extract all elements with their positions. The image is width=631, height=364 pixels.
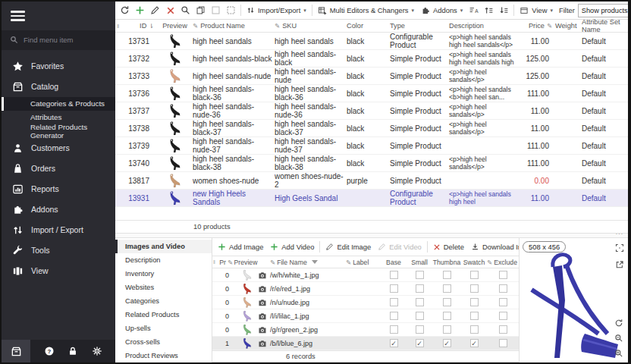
column-header-preview[interactable]: Preview [157, 22, 193, 30]
add-video-button[interactable]: Add Video [267, 240, 317, 254]
sidebar-item-addons[interactable]: Addons [2, 199, 115, 220]
sidebar-search[interactable] [2, 30, 115, 50]
exclude-checkbox[interactable] [499, 325, 507, 334]
settings-button[interactable] [92, 346, 102, 356]
image-size-field[interactable]: 508 x 456 [523, 241, 566, 253]
detail-tab[interactable]: Categories [115, 294, 212, 308]
swatch-checkbox[interactable] [470, 298, 479, 306]
column-header-small[interactable]: Small [407, 259, 432, 266]
edit-button[interactable] [148, 3, 162, 17]
zoom-out-button[interactable] [613, 332, 624, 344]
import-export-menu[interactable]: Import/Export▾ [243, 3, 309, 17]
product-row[interactable]: 13740 high heel sandals-black-38 high he… [115, 155, 628, 172]
base-checkbox[interactable] [390, 339, 398, 347]
column-header-name[interactable]: ✎Product Name [193, 22, 275, 30]
add-button[interactable] [133, 3, 147, 17]
product-row[interactable]: 13731 high heel sandals high heel sandal… [115, 33, 628, 50]
exclude-checkbox[interactable] [499, 312, 507, 320]
column-header-price[interactable]: Price✎ [517, 22, 555, 30]
column-header-priority[interactable]: Pr✎ [218, 259, 234, 266]
column-header-swatch[interactable]: Swatch [461, 259, 487, 266]
help-button[interactable]: ? [44, 346, 55, 356]
column-header-thumbnail[interactable]: Thumbna [432, 259, 461, 266]
small-checkbox[interactable] [416, 298, 424, 306]
select-none-button[interactable] [224, 3, 238, 17]
base-checkbox[interactable] [390, 325, 398, 334]
small-checkbox[interactable] [416, 284, 424, 293]
detail-tab[interactable]: Images and Video [115, 240, 212, 253]
store-button[interactable] [2, 340, 30, 362]
image-row[interactable]: 0 /l/i/lilac_1.jpg [212, 309, 519, 323]
move-up-button[interactable] [482, 3, 496, 17]
add-image-button[interactable]: Add Image [215, 240, 266, 254]
image-row[interactable]: 0 /r/e/red_1.jpg [212, 282, 519, 296]
column-header-id[interactable]: ID⇂ [125, 22, 157, 30]
product-row[interactable]: 13931 new High Heels Sandals High Geels … [115, 190, 628, 207]
base-checkbox[interactable] [390, 312, 398, 320]
open-in-window-button[interactable] [614, 259, 625, 270]
exclude-checkbox[interactable] [499, 284, 507, 293]
sidebar-item-orders[interactable]: Orders [2, 158, 115, 179]
column-header-description[interactable]: Description [449, 22, 517, 30]
download-image-button[interactable]: Download Image [468, 240, 519, 254]
detail-tab[interactable]: Websites [115, 281, 212, 294]
edit-video-button[interactable]: Edit Video [375, 240, 425, 254]
product-row[interactable]: 13739 high heel sandals-nude-37 high hee… [115, 137, 628, 155]
product-row[interactable]: 13737 high heel sandals-nude-36 high hee… [115, 102, 628, 120]
thumbnail-checkbox[interactable] [443, 312, 451, 320]
edit-image-button[interactable]: Edit Image [322, 240, 374, 254]
rotate-button[interactable] [613, 317, 624, 328]
image-row[interactable]: 0 /n/u/nude.jpg [212, 296, 519, 309]
base-checkbox[interactable] [390, 271, 398, 279]
sidebar-item-customers[interactable]: Customers [2, 138, 115, 158]
detail-tab[interactable]: Up-sells [115, 322, 212, 335]
column-header-label[interactable]: ✎Label [346, 259, 381, 266]
small-checkbox[interactable] [416, 339, 424, 347]
small-checkbox[interactable] [416, 325, 424, 334]
sidebar-item-reports[interactable]: Reports [2, 179, 115, 199]
column-header-weight[interactable]: Weight [555, 22, 582, 30]
detail-tab[interactable]: Cross-sells [115, 335, 212, 349]
thumbnail-checkbox[interactable] [443, 325, 451, 334]
swatch-checkbox[interactable] [470, 284, 479, 293]
filter-dropdown[interactable]: Show products from selected categories▾ [578, 4, 628, 17]
addons-menu[interactable]: Addons▾ [418, 3, 466, 17]
sidebar-item-favorites[interactable]: Favorites [2, 56, 115, 77]
swatch-checkbox[interactable] [470, 339, 479, 347]
thumbnail-checkbox[interactable] [443, 271, 451, 279]
panel-splitter[interactable] [115, 233, 628, 238]
delete-image-button[interactable]: Delete [430, 240, 467, 254]
small-checkbox[interactable] [416, 271, 424, 279]
product-row[interactable]: 13733 high heel sandals-nude high heel s… [115, 67, 628, 85]
actual-size-button[interactable] [614, 242, 625, 253]
sidebar-subitem[interactable]: Categories & Products [2, 97, 115, 111]
thumbnail-checkbox[interactable] [443, 284, 451, 293]
search-input[interactable] [24, 36, 99, 44]
column-header-base[interactable]: Base [381, 259, 407, 266]
sidebar-item-view[interactable]: View [2, 261, 115, 281]
base-checkbox[interactable] [390, 284, 398, 293]
exclude-checkbox[interactable] [499, 339, 507, 347]
column-header-color[interactable]: Color [347, 22, 390, 30]
font-settings-button[interactable]: A [466, 3, 481, 17]
image-row[interactable]: 0 /w/h/white_1.jpg [212, 268, 519, 282]
swatch-checkbox[interactable] [470, 312, 479, 320]
multi-editors-menu[interactable]: Multi Editors & Changers▾ [315, 3, 417, 17]
product-row[interactable]: 13732 high heel sandals-black high heel … [115, 50, 628, 67]
exclude-checkbox[interactable] [499, 298, 507, 306]
detail-tab[interactable]: Description [115, 253, 212, 267]
column-header-exclude[interactable]: ✎Exclude [487, 259, 519, 266]
swatch-checkbox[interactable] [470, 271, 479, 279]
sidebar-item-tools[interactable]: Tools [2, 240, 115, 261]
refresh-button[interactable] [118, 3, 132, 17]
zoom-in-button[interactable] [613, 347, 624, 359]
copy-button[interactable] [193, 3, 208, 17]
exclude-checkbox[interactable] [499, 271, 507, 279]
column-header-file-name[interactable]: ✎File Name [270, 259, 346, 266]
thumbnail-checkbox[interactable] [443, 339, 451, 347]
base-checkbox[interactable] [390, 298, 398, 306]
select-all-button[interactable] [209, 3, 223, 17]
thumbnail-checkbox[interactable] [443, 298, 451, 306]
search-button[interactable] [178, 3, 193, 17]
sidebar-subitem[interactable]: Related Products Generator [2, 124, 115, 138]
